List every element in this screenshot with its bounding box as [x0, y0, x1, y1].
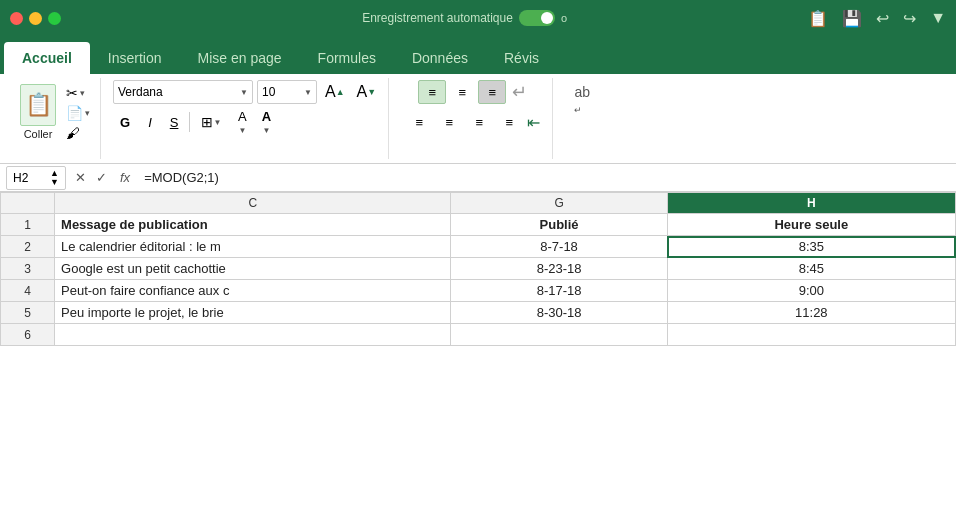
fill-color-button[interactable]: A ▼: [232, 110, 252, 134]
tab-accueil[interactable]: Accueil: [4, 42, 90, 74]
row-header-4[interactable]: 4: [1, 280, 55, 302]
cut-arrow: ▾: [80, 88, 85, 98]
tab-donnees[interactable]: Données: [394, 42, 486, 74]
tab-revis[interactable]: Révis: [486, 42, 557, 74]
chevron-down-icon[interactable]: ▼: [930, 9, 946, 27]
italic-button[interactable]: I: [141, 110, 159, 134]
row-header-1[interactable]: 1: [1, 214, 55, 236]
titlebar-icons: 📋 💾 ↩ ↪ ▼: [808, 9, 946, 28]
formula-input[interactable]: =MOD(G2;1): [140, 170, 950, 185]
align-top-center-button[interactable]: ≡: [448, 80, 476, 104]
font-size-arrow: ▼: [304, 88, 312, 97]
font-name-value: Verdana: [118, 85, 163, 99]
col-header-h[interactable]: H: [667, 193, 955, 214]
scissors-icon: ✂: [66, 85, 78, 101]
cell-h6[interactable]: [667, 324, 955, 346]
column-headers-row: C G H: [1, 193, 956, 214]
text-wrap-button[interactable]: ab↵: [570, 80, 594, 120]
separator: [189, 112, 190, 132]
titlebar: Enregistrement automatique o 📋 💾 ↩ ↪ ▼: [0, 0, 956, 36]
table-row: 6: [1, 324, 956, 346]
cell-c6[interactable]: [55, 324, 451, 346]
format-painter-icon: 🖌: [66, 125, 80, 141]
align-row1: ≡ ≡ ≡ ↵: [418, 80, 527, 104]
cell-g5[interactable]: 8-30-18: [451, 302, 667, 324]
table-row: 5 Peu importe le projet, le brie 8-30-18…: [1, 302, 956, 324]
cell-g3[interactable]: 8-23-18: [451, 258, 667, 280]
tab-insertion[interactable]: Insertion: [90, 42, 180, 74]
fill-color-icon: A: [238, 109, 247, 124]
font-color-arrow: ▼: [262, 126, 270, 135]
cell-g4[interactable]: 8-17-18: [451, 280, 667, 302]
table-row: 1 Message de publication Publié Heure se…: [1, 214, 956, 236]
underline-button[interactable]: S: [163, 110, 186, 134]
autosave-toggle[interactable]: [519, 10, 555, 26]
save-icon[interactable]: 💾: [842, 9, 862, 28]
borders-icon: ⊞: [201, 114, 213, 130]
cell-g1[interactable]: Publié: [451, 214, 667, 236]
cell-ref-value: H2: [13, 171, 28, 185]
wrap-text-icon: ↵: [512, 81, 527, 103]
cancel-formula-button[interactable]: ✕: [72, 170, 89, 185]
row-header-3[interactable]: 3: [1, 258, 55, 280]
minimize-button[interactable]: [29, 12, 42, 25]
font-row2: G I S ⊞ ▼ A ▼ A ▼: [113, 110, 380, 134]
align-center-button[interactable]: ≡: [435, 110, 463, 134]
font-shrink-button[interactable]: A▼: [353, 80, 381, 104]
toggle-knob: [541, 12, 553, 24]
cell-c1[interactable]: Message de publication: [55, 214, 451, 236]
align-left-button[interactable]: ≡: [405, 110, 433, 134]
font-name-selector[interactable]: Verdana ▼: [113, 80, 253, 104]
corner-header: [1, 193, 55, 214]
autosave-value: o: [561, 12, 567, 24]
cell-c2[interactable]: Le calendrier éditorial : le m: [55, 236, 451, 258]
traffic-lights: [10, 12, 61, 25]
confirm-formula-button[interactable]: ✓: [93, 170, 110, 185]
redo-icon[interactable]: ↪: [903, 9, 916, 28]
table-row: 2 Le calendrier éditorial : le m 8-7-18 …: [1, 236, 956, 258]
col-header-c[interactable]: C: [55, 193, 451, 214]
cell-h5[interactable]: 11:28: [667, 302, 955, 324]
tab-formules[interactable]: Formules: [300, 42, 394, 74]
alignment-group: ≡ ≡ ≡ ↵ ≡ ≡ ≡ ≡ ⇤: [393, 78, 553, 159]
table-row: 3 Google est un petit cachottie 8-23-18 …: [1, 258, 956, 280]
undo-icon[interactable]: ↩: [876, 9, 889, 28]
row-header-2[interactable]: 2: [1, 236, 55, 258]
bold-button[interactable]: G: [113, 110, 137, 134]
cell-c5[interactable]: Peu importe le projet, le brie: [55, 302, 451, 324]
align-top-right-button[interactable]: ≡: [478, 80, 506, 104]
align-top-left-button[interactable]: ≡: [418, 80, 446, 104]
indent-left-icon[interactable]: ⇤: [527, 113, 540, 132]
spreadsheet-table: C G H 1 Message de publication Publié He…: [0, 192, 956, 346]
text-group: ab↵: [557, 78, 607, 159]
align-justify-button[interactable]: ≡: [495, 110, 523, 134]
cut-button[interactable]: ✂ ▾: [64, 84, 92, 102]
col-header-g[interactable]: G: [451, 193, 667, 214]
cell-h2[interactable]: 8:35: [667, 236, 955, 258]
paste-button[interactable]: 📋 Coller: [16, 82, 60, 142]
font-color-button[interactable]: A ▼: [256, 110, 276, 134]
formula-actions: ✕ ✓: [72, 170, 110, 185]
align-right-button[interactable]: ≡: [465, 110, 493, 134]
cell-reference-box[interactable]: H2 ▲▼: [6, 166, 66, 190]
copy-button[interactable]: 📄 ▾: [64, 104, 92, 122]
tab-mise-en-page[interactable]: Mise en page: [180, 42, 300, 74]
cell-g2[interactable]: 8-7-18: [451, 236, 667, 258]
font-grow-button[interactable]: A▲: [321, 80, 349, 104]
book-icon[interactable]: 📋: [808, 9, 828, 28]
row-header-6[interactable]: 6: [1, 324, 55, 346]
cell-g6[interactable]: [451, 324, 667, 346]
cell-c4[interactable]: Peut-on faire confiance aux c: [55, 280, 451, 302]
ribbon-body: 📋 Coller ✂ ▾ 📄 ▾ 🖌 Verdana ▼ 10: [0, 74, 956, 164]
font-size-selector[interactable]: 10 ▼: [257, 80, 317, 104]
cell-h1[interactable]: Heure seule: [667, 214, 955, 236]
cell-h3[interactable]: 8:45: [667, 258, 955, 280]
autosave-area: Enregistrement automatique o: [129, 10, 800, 26]
maximize-button[interactable]: [48, 12, 61, 25]
row-header-5[interactable]: 5: [1, 302, 55, 324]
cell-h4[interactable]: 9:00: [667, 280, 955, 302]
close-button[interactable]: [10, 12, 23, 25]
borders-button[interactable]: ⊞ ▼: [194, 110, 228, 134]
format-painter-button[interactable]: 🖌: [64, 124, 92, 142]
cell-c3[interactable]: Google est un petit cachottie: [55, 258, 451, 280]
